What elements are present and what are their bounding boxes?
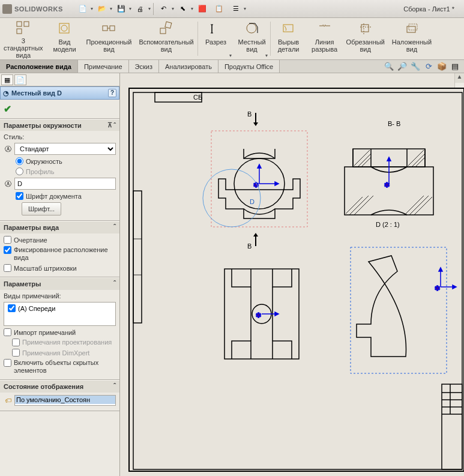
- tab-evaluate[interactable]: Анализировать: [159, 60, 218, 73]
- tab-view-layout[interactable]: Расположение вида: [0, 60, 78, 73]
- svg-marker-70: [439, 268, 442, 271]
- drawing-svg: СБ B: [130, 89, 464, 473]
- options-button[interactable]: 📋: [211, 2, 227, 16]
- pin-icon[interactable]: ⊼: [107, 121, 112, 129]
- import-ann-checkbox[interactable]: [4, 328, 11, 336]
- drawing-sheet: СБ B: [128, 88, 464, 472]
- ribbon: 3 стандартных вида Вид модели Проекционн…: [0, 18, 464, 60]
- rebuild-icon: 🟥: [198, 5, 206, 13]
- svg-marker-66: [275, 312, 279, 316]
- select-button[interactable]: ⬉: [175, 2, 191, 16]
- view-tool-icon[interactable]: 🔧: [410, 61, 421, 72]
- ribbon-break-line[interactable]: Линия разрыва: [307, 18, 343, 59]
- ribbon-model-view[interactable]: Вид модели: [47, 18, 83, 59]
- style-select[interactable]: Стандарт: [14, 143, 116, 155]
- outline-checkbox[interactable]: [4, 236, 11, 244]
- svg-rect-8: [165, 22, 172, 28]
- rotate-icon[interactable]: ⟳: [423, 61, 434, 72]
- ribbon-aux-view[interactable]: Вспомогательный вид: [135, 18, 197, 59]
- customize-button[interactable]: ☰: [228, 2, 244, 16]
- section-label: B- B: [388, 120, 400, 127]
- new-button[interactable]: 📄: [75, 2, 91, 16]
- section-display-state[interactable]: Состояние отображения ˆ: [0, 381, 119, 393]
- tab-sketch[interactable]: Эскиз: [129, 60, 159, 73]
- tab-office[interactable]: Продукты Office: [218, 60, 280, 73]
- cursor-icon: ⬉: [180, 5, 185, 13]
- fixed-label: Фиксированное расположение вида: [14, 246, 116, 262]
- rebuild-button[interactable]: 🟥: [194, 2, 210, 16]
- open-button[interactable]: 📂: [94, 2, 110, 16]
- display-state-item[interactable]: По умолчанию_Состоян: [15, 396, 115, 404]
- ribbon-label: Разрез: [205, 38, 226, 46]
- detail-name-input[interactable]: [14, 178, 116, 190]
- display-style-icon[interactable]: 📦: [436, 61, 447, 72]
- section-params[interactable]: Параметры ˆ: [0, 278, 119, 290]
- radio-circle[interactable]: [16, 157, 23, 165]
- detail-view-icon: [244, 20, 261, 37]
- font-button[interactable]: Шрифт...: [22, 202, 61, 215]
- proj-ann-label: Примечания проектирования: [22, 339, 112, 346]
- front-checkbox[interactable]: [8, 304, 16, 312]
- fixed-checkbox[interactable]: [4, 246, 11, 254]
- aux-view-icon: [158, 20, 175, 37]
- doc-font-checkbox[interactable]: [16, 192, 23, 200]
- quick-access-toolbar: 📄▾ 📂▾ 💾▾ 🖨▾ ↶▾ ⬉▾ 🟥 📋 ☰▾: [75, 2, 246, 16]
- chevron-down-icon[interactable]: ▾: [110, 6, 112, 11]
- svg-rect-11: [361, 25, 369, 32]
- panel-ok-row: ✔: [0, 100, 119, 119]
- ribbon-alt-pos[interactable]: Наложенный вид: [388, 18, 435, 59]
- hide-show-icon[interactable]: ▤: [450, 61, 460, 72]
- ribbon-3views[interactable]: 3 стандартных вида: [0, 18, 47, 59]
- app-name: SOLIDWORKS: [14, 5, 63, 13]
- chevron-down-icon[interactable]: ▾: [244, 6, 246, 11]
- svg-text:✱: ✱: [384, 181, 390, 188]
- sheet-icon: 📄: [16, 76, 25, 84]
- feature-tree-tab[interactable]: ▦: [1, 74, 13, 85]
- ribbon-detail-view[interactable]: Местный вид ▾: [234, 18, 270, 59]
- svg-point-9: [247, 23, 256, 33]
- radio-profile[interactable]: [16, 167, 23, 175]
- svg-text:✱: ✱: [435, 285, 440, 292]
- ribbon-label: Вырыв детали: [278, 38, 300, 53]
- tab-annotation[interactable]: Примечание: [78, 60, 129, 73]
- save-button[interactable]: 💾: [113, 2, 129, 16]
- chevron-down-icon[interactable]: ▾: [129, 6, 131, 11]
- scroll-up-arrow[interactable]: ▲: [455, 73, 464, 83]
- ribbon-section[interactable]: Разрез ▾: [198, 18, 234, 59]
- drawing-canvas[interactable]: ▲ ▼ СБ: [120, 73, 464, 476]
- ann-types-label: Виды примечаний:: [4, 292, 61, 300]
- chevron-down-icon[interactable]: ▾: [191, 6, 193, 11]
- svg-line-53: [349, 196, 369, 215]
- style-label: Стиль:: [4, 133, 24, 140]
- broken-out-icon: [280, 20, 297, 37]
- section-icon: [208, 20, 224, 37]
- ribbon-label: Вид модели: [53, 38, 76, 53]
- help-button[interactable]: ?: [108, 89, 116, 97]
- ribbon-crop-view[interactable]: Обрезанный вид: [343, 18, 388, 59]
- proj-ann-checkbox[interactable]: [12, 339, 20, 346]
- ribbon-proj-view[interactable]: Проекционный вид: [83, 18, 136, 59]
- ribbon-broken-out[interactable]: Вырыв детали: [271, 18, 307, 59]
- ok-button[interactable]: ✔: [4, 104, 11, 114]
- undo-icon: ↶: [161, 5, 166, 13]
- print-button[interactable]: 🖨: [133, 2, 148, 16]
- section-view-params[interactable]: Параметры вида ˆ: [0, 221, 119, 233]
- zoom-fit-icon[interactable]: 🔍: [384, 61, 394, 72]
- svg-rect-5: [103, 26, 107, 31]
- property-tab[interactable]: 📄: [14, 74, 26, 85]
- ribbon-label: Вспомогательный вид: [139, 38, 193, 53]
- ann-types-list[interactable]: (A) Спереди: [4, 302, 116, 326]
- zoom-area-icon[interactable]: 🔎: [397, 61, 408, 72]
- svg-rect-7: [160, 28, 166, 34]
- section-circle-params[interactable]: Параметры окружности ⊼ˆ: [0, 119, 119, 131]
- chevron-down-icon[interactable]: ▾: [91, 6, 93, 11]
- display-state-icon: 🏷: [4, 397, 12, 404]
- break-line-icon: [316, 20, 333, 37]
- chevron-down-icon[interactable]: ▾: [172, 6, 174, 11]
- hatch-checkbox[interactable]: [4, 264, 11, 272]
- undo-button[interactable]: ↶: [156, 2, 172, 16]
- ribbon-label: Наложенный вид: [392, 38, 432, 53]
- hidden-checkbox[interactable]: [4, 359, 11, 367]
- chevron-down-icon[interactable]: ▾: [148, 6, 151, 11]
- dimxpert-checkbox[interactable]: [12, 349, 20, 357]
